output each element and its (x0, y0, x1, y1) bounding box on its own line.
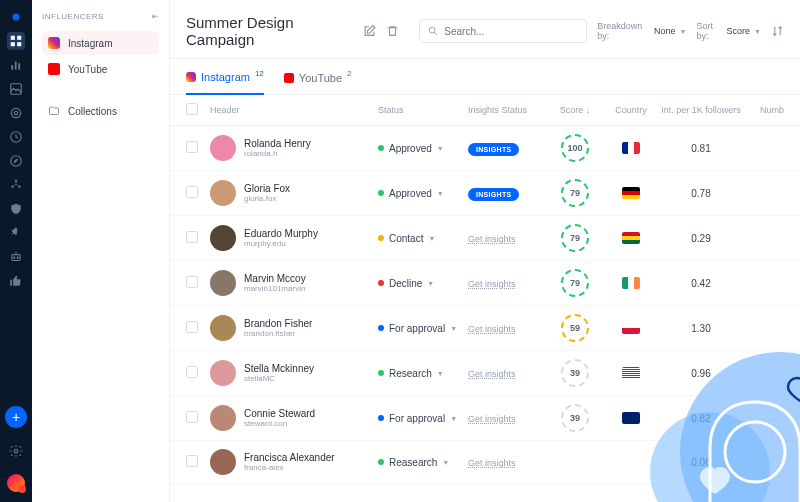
score-ring: 79 (561, 224, 589, 252)
svg-point-10 (14, 111, 18, 115)
chevron-down-icon: ▼ (680, 28, 687, 35)
row-checkbox[interactable] (186, 276, 198, 288)
sidebar-item-instagram[interactable]: Instagram (42, 31, 159, 55)
status-dot (378, 325, 384, 331)
col-header[interactable]: Header (210, 105, 378, 115)
sidebar-item-label: YouTube (68, 64, 107, 75)
search-input[interactable] (419, 19, 587, 43)
row-checkbox[interactable] (186, 231, 198, 243)
status-dropdown[interactable]: Decline▼ (378, 278, 468, 289)
nav-image-icon[interactable] (7, 80, 25, 98)
status-dot (378, 145, 384, 151)
chevron-down-icon: ▼ (437, 190, 444, 197)
status-dropdown[interactable]: Research▼ (378, 368, 468, 379)
insights-badge: INSIGHTS (468, 143, 519, 156)
int-value: 0.78 (658, 188, 744, 199)
nav-rocket-icon[interactable] (7, 224, 25, 242)
user-name[interactable]: Brandon Fisher (244, 318, 312, 329)
status-dropdown[interactable]: For approval▼ (378, 413, 468, 424)
nav-robot-icon[interactable] (7, 248, 25, 266)
status-dropdown[interactable]: Reasearch▼ (378, 457, 468, 468)
breakdown-control[interactable]: Breakdown by: None ▼ (597, 21, 686, 41)
get-insights-link[interactable]: Get insights (468, 458, 516, 468)
settings-icon[interactable] (7, 442, 25, 460)
nav-clock-icon[interactable] (7, 128, 25, 146)
user-name[interactable]: Marvin Mccoy (244, 273, 306, 284)
row-checkbox[interactable] (186, 366, 198, 378)
svg-rect-1 (11, 36, 15, 40)
delete-icon[interactable] (386, 24, 399, 38)
nav-target-icon[interactable] (7, 104, 25, 122)
row-checkbox[interactable] (186, 411, 198, 423)
user-name[interactable]: Connie Steward (244, 408, 315, 419)
nav-compass-icon[interactable] (7, 152, 25, 170)
user-handle: gloria.fox (244, 194, 290, 203)
get-insights-link[interactable]: Get insights (468, 324, 516, 334)
col-numb[interactable]: Numb (744, 105, 784, 115)
user-avatar[interactable] (7, 474, 25, 492)
status-dropdown[interactable]: Approved▼ (378, 188, 468, 199)
youtube-icon (284, 73, 294, 83)
main-content: Summer Design Campaign Breakdown by: Non… (170, 0, 800, 502)
get-insights-link[interactable]: Get insights (468, 279, 516, 289)
svg-rect-4 (17, 42, 21, 46)
user-handle: marvin101marvin (244, 284, 306, 293)
col-score[interactable]: Score ↓ (546, 105, 604, 115)
user-name[interactable]: Eduardo Murphy (244, 228, 318, 239)
nav-shield-icon[interactable] (7, 200, 25, 218)
svg-point-19 (14, 449, 18, 453)
select-all-checkbox[interactable] (186, 103, 198, 115)
arrow-down-icon: ↓ (586, 105, 591, 115)
col-int[interactable]: Int. per 1K followers (658, 105, 744, 115)
user-name[interactable]: Gloria Fox (244, 183, 290, 194)
sort-control[interactable]: Sort by: Score ▼ (696, 21, 761, 41)
user-name[interactable]: Francisca Alexander (244, 452, 335, 463)
nav-network-icon[interactable] (7, 176, 25, 194)
row-checkbox[interactable] (186, 455, 198, 467)
status-dot (378, 190, 384, 196)
user-handle: franca-alex (244, 463, 335, 472)
sort-direction-icon[interactable] (771, 24, 784, 38)
row-checkbox[interactable] (186, 141, 198, 153)
nav-thumbs-up-icon[interactable] (7, 272, 25, 290)
youtube-icon (48, 63, 60, 75)
flag-icon (622, 412, 640, 424)
col-insights[interactable]: Insights Status (468, 105, 546, 115)
avatar (210, 405, 236, 431)
edit-icon[interactable] (363, 24, 376, 38)
svg-point-18 (17, 257, 18, 258)
user-name[interactable]: Stella Mckinney (244, 363, 314, 374)
table-row: Brandon Fisherbrandon.fisher For approva… (170, 306, 800, 351)
svg-rect-2 (17, 36, 21, 40)
sidebar-item-collections[interactable]: Collections (42, 99, 159, 123)
logo-icon[interactable] (7, 8, 25, 26)
search-icon (428, 26, 438, 36)
user-handle: rolanda.h (244, 149, 311, 158)
collapse-icon[interactable]: ⇤ (152, 12, 160, 21)
nav-analytics-icon[interactable] (7, 56, 25, 74)
status-dropdown[interactable]: Approved▼ (378, 143, 468, 154)
status-dropdown[interactable]: Contact▼ (378, 233, 468, 244)
get-insights-link[interactable]: Get insights (468, 369, 516, 379)
tab-youtube[interactable]: YouTube 2 (284, 71, 352, 94)
status-dropdown[interactable]: For approval▼ (378, 323, 468, 334)
row-checkbox[interactable] (186, 186, 198, 198)
chevron-down-icon: ▼ (442, 459, 449, 466)
col-country[interactable]: Country (604, 105, 658, 115)
sidebar-item-label: Instagram (68, 38, 112, 49)
table-header: Header Status Insights Status Score ↓ Co… (170, 95, 800, 126)
add-button[interactable]: + (5, 406, 27, 428)
get-insights-link[interactable]: Get insights (468, 414, 516, 424)
int-value: 1.30 (658, 323, 744, 334)
sidebar-item-label: Collections (68, 106, 117, 117)
table-row: Marvin Mccoymarvin101marvin Decline▼ Get… (170, 261, 800, 306)
user-name[interactable]: Rolanda Henry (244, 138, 311, 149)
row-checkbox[interactable] (186, 321, 198, 333)
get-insights-link[interactable]: Get insights (468, 234, 516, 244)
sidebar-item-youtube[interactable]: YouTube (42, 57, 159, 81)
tab-instagram[interactable]: Instagram 12 (186, 71, 264, 95)
search-field[interactable] (444, 26, 578, 37)
int-value: 0.06 (658, 457, 744, 468)
nav-dashboard-icon[interactable] (7, 32, 25, 50)
col-status[interactable]: Status (378, 105, 468, 115)
